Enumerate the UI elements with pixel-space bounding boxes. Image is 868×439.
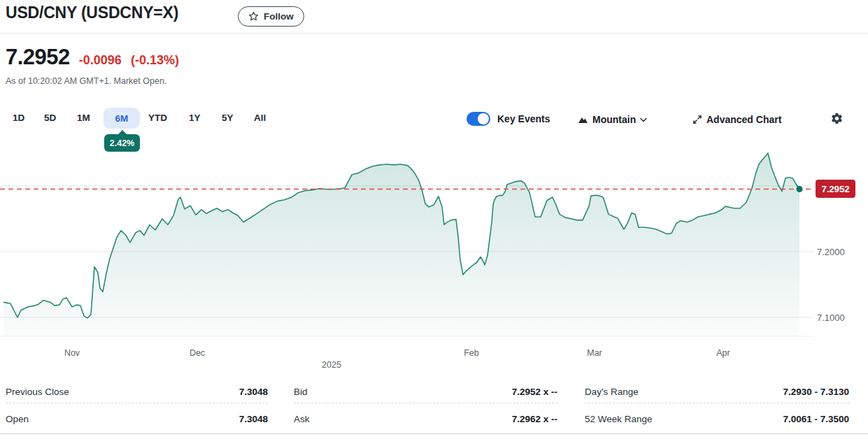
- x-axis-label: Mar: [587, 348, 602, 358]
- stat-previous-close: Previous Close 7.3048: [6, 381, 268, 403]
- price-change-percent: (-0.13%): [131, 53, 179, 68]
- tab-ytd[interactable]: YTD: [148, 113, 167, 123]
- stats-column-3: Day's Range 7.2930 - 7.3130 52 Week Rang…: [585, 381, 849, 430]
- chart-type-label: Mountain: [592, 114, 636, 125]
- gear-icon[interactable]: [830, 112, 844, 125]
- quote-page: { "header": { "title": "USD/CNY (USDCNY=…: [0, 0, 868, 439]
- tab-1y[interactable]: 1Y: [189, 113, 201, 123]
- stat-days-range: Day's Range 7.2930 - 7.3130: [585, 381, 849, 403]
- stat-label: 52 Week Range: [585, 414, 653, 424]
- stat-value: 7.2952 x --: [512, 387, 557, 397]
- key-events-toggle[interactable]: [467, 112, 490, 126]
- tab-6m-label: 6M: [115, 113, 129, 124]
- chevron-down-icon: [640, 117, 647, 122]
- stat-ask: Ask 7.2962 x --: [294, 408, 557, 430]
- follow-button[interactable]: Follow: [238, 6, 304, 27]
- quote-summary: 7.2952 -0.0096 (-0.13%): [6, 45, 179, 70]
- table-bottom-divider: [0, 433, 868, 434]
- y-axis-label: 7.2000: [817, 247, 845, 257]
- stat-open: Open 7.3048: [6, 408, 268, 430]
- header-divider: [0, 33, 868, 34]
- stats-column-1: Previous Close 7.3048 Open 7.3048: [6, 381, 268, 430]
- stat-label: Ask: [294, 414, 310, 424]
- stat-label: Day's Range: [585, 387, 639, 397]
- stat-value: 7.0061 - 7.3500: [783, 414, 849, 424]
- period-return-value: 2.42%: [110, 138, 134, 148]
- mountain-icon: [578, 115, 588, 124]
- x-axis-label: Nov: [64, 348, 80, 358]
- tab-all[interactable]: All: [254, 113, 266, 123]
- y-axis-label: 7.1000: [817, 312, 845, 323]
- page-title: USD/CNY (USDCNY=X): [6, 3, 178, 22]
- chart-type-dropdown[interactable]: Mountain: [578, 110, 647, 129]
- tab-5d[interactable]: 5D: [44, 113, 56, 123]
- tab-6m-selected[interactable]: 6M: [104, 108, 140, 129]
- current-price: 7.2952: [6, 45, 70, 70]
- price-chart[interactable]: 7.20007.1000NovDec2025FebMarApr: [0, 128, 868, 374]
- as-of-timestamp: As of 10:20:02 AM GMT+1. Market Open.: [6, 76, 166, 86]
- stat-label: Bid: [294, 387, 308, 397]
- stats-column-2: Bid 7.2952 x -- Ask 7.2962 x --: [294, 381, 557, 430]
- stat-value: 7.3048: [239, 414, 268, 424]
- x-axis-label: 2025: [322, 360, 341, 370]
- current-price-flag: 7.2952: [816, 180, 855, 198]
- advanced-chart-label: Advanced Chart: [706, 114, 781, 125]
- stat-value: 7.3048: [239, 387, 268, 397]
- follow-label: Follow: [264, 11, 294, 22]
- x-axis-label: Dec: [190, 348, 205, 358]
- star-icon: [248, 11, 259, 22]
- advanced-chart-button[interactable]: Advanced Chart: [692, 110, 781, 129]
- key-events-label: Key Events: [497, 113, 550, 124]
- stat-value: 7.2962 x --: [512, 414, 557, 424]
- tab-5y[interactable]: 5Y: [222, 113, 234, 123]
- x-axis-label: Apr: [716, 348, 730, 358]
- stat-label: Previous Close: [6, 387, 69, 397]
- stat-52-week-range: 52 Week Range 7.0061 - 7.3500: [585, 408, 849, 430]
- price-change: -0.0096: [79, 53, 122, 68]
- stat-value: 7.2930 - 7.3130: [783, 387, 849, 397]
- period-return-badge: 2.42%: [104, 134, 140, 152]
- tab-1d[interactable]: 1D: [13, 113, 24, 123]
- x-axis-label: Feb: [464, 348, 479, 358]
- stat-label: Open: [6, 414, 29, 424]
- price-chart-svg: 7.20007.1000NovDec2025FebMarApr: [0, 128, 868, 374]
- stat-bid: Bid 7.2952 x --: [294, 381, 557, 403]
- expand-diagonal-icon: [692, 115, 702, 124]
- toggle-knob: [478, 113, 489, 124]
- current-price-flag-value: 7.2952: [821, 184, 849, 194]
- tab-1m[interactable]: 1M: [77, 113, 90, 123]
